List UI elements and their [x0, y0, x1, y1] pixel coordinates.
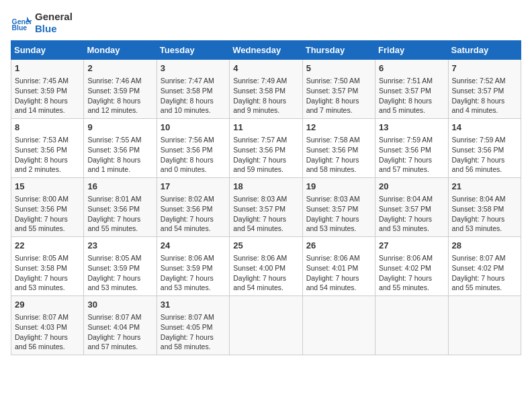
- day-number: 23: [87, 240, 152, 252]
- sunrise: Sunrise: 8:03 AM: [233, 195, 287, 203]
- sunset: Sunset: 3:56 PM: [161, 146, 213, 154]
- sunset: Sunset: 4:02 PM: [452, 264, 504, 272]
- day-number: 10: [161, 122, 226, 134]
- calendar-cell: 22Sunrise: 8:05 AMSunset: 3:58 PMDayligh…: [11, 237, 84, 296]
- day-number: 14: [452, 122, 517, 134]
- sunrise: Sunrise: 8:06 AM: [306, 254, 360, 262]
- sunrise: Sunrise: 8:03 AM: [306, 195, 360, 203]
- sunrise: Sunrise: 8:05 AM: [15, 254, 69, 262]
- sunrise: Sunrise: 8:07 AM: [452, 254, 506, 262]
- calendar-cell: 29Sunrise: 8:07 AMSunset: 4:03 PMDayligh…: [11, 296, 84, 355]
- sunrise: Sunrise: 8:02 AM: [161, 195, 214, 203]
- sunset: Sunset: 3:58 PM: [452, 205, 504, 213]
- logo-icon: General Blue: [11, 12, 32, 34]
- daylight-label: Daylight: 7 hours and 53 minutes.: [379, 215, 432, 233]
- daylight-label: Daylight: 7 hours and 54 minutes.: [233, 274, 286, 292]
- calendar-cell: 1Sunrise: 7:45 AMSunset: 3:59 PMDaylight…: [11, 60, 84, 119]
- day-number: 8: [15, 122, 80, 134]
- sunrise: Sunrise: 8:06 AM: [161, 254, 214, 262]
- sunrise: Sunrise: 8:04 AM: [379, 195, 433, 203]
- sunset: Sunset: 3:59 PM: [87, 87, 140, 95]
- calendar-cell: 25Sunrise: 8:06 AMSunset: 4:00 PMDayligh…: [230, 237, 302, 296]
- calendar-cell: 12Sunrise: 7:58 AMSunset: 3:56 PMDayligh…: [302, 119, 375, 178]
- daylight-label: Daylight: 8 hours and 1 minute.: [87, 156, 140, 174]
- calendar-cell: 31Sunrise: 8:07 AMSunset: 4:05 PMDayligh…: [157, 296, 229, 355]
- sunset: Sunset: 3:56 PM: [87, 205, 140, 213]
- header-row: SundayMondayTuesdayWednesdayThursdayFrid…: [11, 41, 521, 60]
- header: General Blue General Blue: [11, 11, 521, 35]
- header-day-sunday: Sunday: [11, 41, 84, 60]
- sunset: Sunset: 3:57 PM: [452, 87, 504, 95]
- header-day-tuesday: Tuesday: [157, 41, 229, 60]
- daylight-label: Daylight: 7 hours and 55 minutes.: [379, 274, 432, 292]
- sunrise: Sunrise: 7:45 AM: [15, 77, 69, 85]
- sunset: Sunset: 3:57 PM: [379, 87, 431, 95]
- sunset: Sunset: 3:56 PM: [306, 146, 359, 154]
- sunrise: Sunrise: 8:06 AM: [233, 254, 287, 262]
- calendar-cell: 3Sunrise: 7:47 AMSunset: 3:58 PMDaylight…: [157, 60, 229, 119]
- sunset: Sunset: 3:56 PM: [15, 205, 67, 213]
- calendar-cell: [375, 296, 448, 355]
- calendar-week-2: 8Sunrise: 7:53 AMSunset: 3:56 PMDaylight…: [11, 119, 521, 178]
- calendar-cell: 13Sunrise: 7:59 AMSunset: 3:56 PMDayligh…: [375, 119, 448, 178]
- sunset: Sunset: 4:04 PM: [87, 323, 140, 331]
- sunrise: Sunrise: 7:59 AM: [379, 136, 433, 144]
- daylight-label: Daylight: 7 hours and 58 minutes.: [161, 333, 214, 351]
- calendar-cell: 18Sunrise: 8:03 AMSunset: 3:57 PMDayligh…: [230, 178, 302, 237]
- sunrise: Sunrise: 8:01 AM: [87, 195, 141, 203]
- sunrise: Sunrise: 7:46 AM: [87, 77, 141, 85]
- day-number: 15: [15, 181, 80, 193]
- logo-general: General: [35, 11, 73, 23]
- daylight-label: Daylight: 7 hours and 54 minutes.: [161, 215, 214, 233]
- daylight-label: Daylight: 7 hours and 53 minutes.: [452, 215, 505, 233]
- sunrise: Sunrise: 7:50 AM: [306, 77, 360, 85]
- header-day-thursday: Thursday: [302, 41, 375, 60]
- calendar-table: SundayMondayTuesdayWednesdayThursdayFrid…: [11, 40, 521, 355]
- daylight-label: Daylight: 7 hours and 55 minutes.: [15, 215, 68, 233]
- sunrise: Sunrise: 7:56 AM: [161, 136, 214, 144]
- calendar-cell: [302, 296, 375, 355]
- daylight-label: Daylight: 7 hours and 53 minutes.: [87, 274, 140, 292]
- day-number: 28: [452, 240, 517, 252]
- calendar-week-4: 22Sunrise: 8:05 AMSunset: 3:58 PMDayligh…: [11, 237, 521, 296]
- calendar-cell: 21Sunrise: 8:04 AMSunset: 3:58 PMDayligh…: [448, 178, 521, 237]
- sunrise: Sunrise: 7:57 AM: [233, 136, 287, 144]
- sunset: Sunset: 4:02 PM: [379, 264, 431, 272]
- header-day-friday: Friday: [375, 41, 448, 60]
- sunrise: Sunrise: 8:06 AM: [379, 254, 433, 262]
- day-number: 16: [87, 181, 152, 193]
- daylight-label: Daylight: 8 hours and 9 minutes.: [233, 97, 286, 115]
- calendar-cell: 15Sunrise: 8:00 AMSunset: 3:56 PMDayligh…: [11, 178, 84, 237]
- daylight-label: Daylight: 7 hours and 56 minutes.: [452, 156, 505, 174]
- sunrise: Sunrise: 7:55 AM: [87, 136, 141, 144]
- calendar-cell: [230, 296, 302, 355]
- calendar-cell: 19Sunrise: 8:03 AMSunset: 3:57 PMDayligh…: [302, 178, 375, 237]
- daylight-label: Daylight: 7 hours and 59 minutes.: [233, 156, 286, 174]
- daylight-label: Daylight: 7 hours and 55 minutes.: [452, 274, 505, 292]
- sunrise: Sunrise: 7:47 AM: [161, 77, 214, 85]
- calendar-cell: 14Sunrise: 7:59 AMSunset: 3:56 PMDayligh…: [448, 119, 521, 178]
- calendar-cell: 7Sunrise: 7:52 AMSunset: 3:57 PMDaylight…: [448, 60, 521, 119]
- header-day-monday: Monday: [84, 41, 157, 60]
- sunset: Sunset: 3:59 PM: [15, 87, 67, 95]
- calendar-cell: 5Sunrise: 7:50 AMSunset: 3:57 PMDaylight…: [302, 60, 375, 119]
- sunrise: Sunrise: 8:07 AM: [161, 313, 214, 321]
- day-number: 21: [452, 181, 517, 193]
- sunset: Sunset: 3:56 PM: [379, 146, 431, 154]
- calendar-cell: 10Sunrise: 7:56 AMSunset: 3:56 PMDayligh…: [157, 119, 229, 178]
- day-number: 29: [15, 299, 80, 311]
- daylight-label: Daylight: 8 hours and 2 minutes.: [15, 156, 68, 174]
- day-number: 5: [306, 62, 371, 75]
- day-number: 13: [379, 122, 444, 134]
- sunset: Sunset: 3:59 PM: [87, 264, 140, 272]
- day-number: 3: [161, 62, 226, 75]
- sunset: Sunset: 3:58 PM: [161, 87, 213, 95]
- calendar-cell: 23Sunrise: 8:05 AMSunset: 3:59 PMDayligh…: [84, 237, 157, 296]
- daylight-label: Daylight: 7 hours and 58 minutes.: [306, 156, 359, 174]
- day-number: 31: [161, 299, 226, 311]
- day-number: 7: [452, 62, 517, 75]
- sunset: Sunset: 3:56 PM: [15, 146, 67, 154]
- daylight-label: Daylight: 8 hours and 4 minutes.: [452, 97, 505, 115]
- sunset: Sunset: 4:01 PM: [306, 264, 359, 272]
- sunrise: Sunrise: 7:51 AM: [379, 77, 433, 85]
